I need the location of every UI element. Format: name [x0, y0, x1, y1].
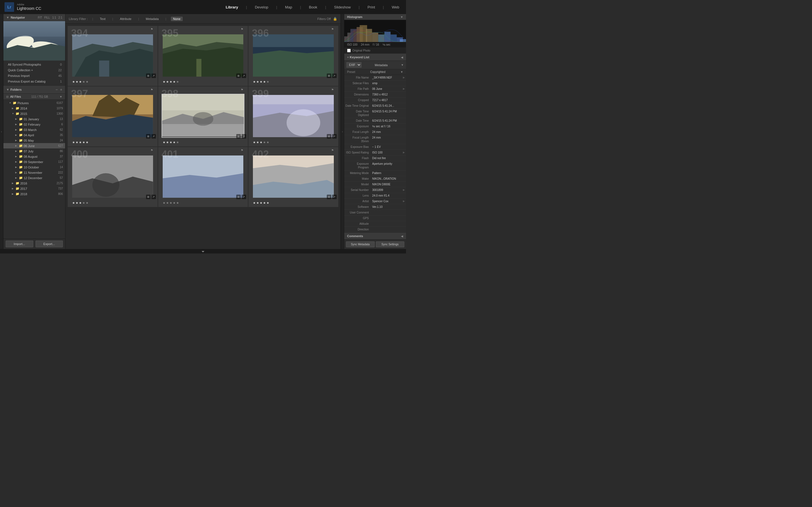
star-rating-400[interactable]: ★ ★ ★ ★ ★: [68, 200, 158, 207]
photo-cell-402[interactable]: 402 ⚑: [248, 147, 338, 207]
photo-thumbnail-396: [253, 34, 334, 76]
star-rating-402[interactable]: ★ ★ ★ ★ ★: [248, 200, 338, 207]
star-rating-395[interactable]: ★ ★ ★ ★ ★: [158, 79, 248, 86]
svg-point-28: [287, 109, 320, 136]
star-rating-398[interactable]: ★ ★ ★ ★ ★: [158, 139, 248, 147]
folder-05-may[interactable]: ▶ 📁 05 May 24: [3, 138, 65, 143]
all-files-dropdown[interactable]: ▼: [59, 95, 62, 98]
folder-icon: 📁: [15, 107, 19, 110]
export-button[interactable]: Export...: [36, 240, 63, 247]
photo-cell-394[interactable]: 394 ⚑: [68, 26, 158, 86]
comments-section[interactable]: Comments ◀: [344, 232, 406, 239]
photo-cell-400[interactable]: 400 ⚑ ⊞ ↗: [68, 147, 158, 207]
folder-2017[interactable]: ▶ 📁 2017 737: [3, 186, 65, 191]
original-photo-checkbox[interactable]: [347, 49, 351, 52]
meta-row-direction: Direction: [344, 227, 406, 232]
star-rating-394[interactable]: ★ ★ ★ ★ ★: [68, 79, 158, 86]
folder-02-february[interactable]: ▶ 📁 02 February 6: [3, 122, 65, 127]
histogram-header[interactable]: Histogram ▼: [344, 14, 406, 20]
bottom-arrow[interactable]: [202, 251, 204, 252]
folder-09-september[interactable]: ▶ 📁 09 September 117: [3, 159, 65, 165]
metadata-exif-select[interactable]: EXIF IPTC All: [347, 62, 361, 68]
right-panel-toggle[interactable]: ›: [341, 14, 344, 249]
folder-2014[interactable]: ▶ 📁 2014 1079: [3, 106, 65, 111]
preset-dropdown[interactable]: ▼: [400, 70, 403, 73]
folder-08-august[interactable]: ▶ 📁 08 August 37: [3, 154, 65, 159]
meta-row-model: Model NIKON D800E: [344, 182, 406, 187]
histogram-arrow[interactable]: ▼: [400, 15, 403, 18]
photo-cell-398[interactable]: 398 ⚑: [158, 87, 248, 147]
folder-2016[interactable]: ▶ 📁 2016 2175: [3, 180, 65, 186]
nav-develop[interactable]: Develop: [253, 4, 271, 10]
photo-cell-401[interactable]: 401 ⚑ ⊞ ↗: [158, 147, 248, 207]
metadata-arrow[interactable]: ▼: [401, 63, 404, 66]
expand-arrow: ▼: [9, 102, 12, 104]
folder-icon: 📁: [15, 192, 19, 196]
star-rating-401[interactable]: ★ ★ ★ ★ ★: [158, 200, 248, 207]
catalog-previous-export[interactable]: Previous Export as Catalog 1: [3, 78, 65, 84]
filter-text-button[interactable]: Text: [98, 17, 108, 21]
meta-row-filepath: File Path 06 June ▶: [344, 86, 406, 92]
catalog-previous-import[interactable]: Previous Import 45: [3, 73, 65, 78]
nav-web[interactable]: Web: [390, 4, 402, 10]
sync-settings-button[interactable]: Sync Settings: [376, 241, 405, 247]
folders-header[interactable]: ▼ Folders − +: [3, 86, 65, 94]
filter-none-button[interactable]: None: [171, 17, 183, 21]
navigator-header[interactable]: ▼ Navigator FIT FILL 1:1 2:1: [3, 14, 65, 21]
sync-metadata-button[interactable]: Sync Metadata: [346, 241, 375, 247]
nav-book[interactable]: Book: [307, 4, 320, 10]
filter-right: Filters Off 🔒: [317, 17, 337, 21]
metadata-header: EXIF IPTC All Metadata ▼: [344, 61, 406, 69]
folder-10-october[interactable]: ▶ 📁 10 October 14: [3, 165, 65, 170]
nav-print[interactable]: Print: [365, 4, 377, 10]
catalog-all-synced[interactable]: All Synced Photographs 0: [3, 62, 65, 67]
photo-cell-397[interactable]: 397 ⚑: [68, 87, 158, 147]
keyword-list-section[interactable]: + Keyword List ◀: [344, 54, 406, 61]
left-panel-toggle[interactable]: ‹: [0, 14, 3, 249]
folders-title: ▼ Folders: [6, 88, 22, 91]
grid-icon: ⊞: [236, 73, 241, 78]
folder-06-june[interactable]: ▶ 📁 06 June 627: [3, 143, 65, 149]
nav-library[interactable]: Library: [223, 4, 240, 10]
lock-icon[interactable]: 🔒: [333, 17, 337, 21]
folder-2015[interactable]: ▼ 📁 2015 1300: [3, 111, 65, 116]
star-rating-396[interactable]: ★ ★ ★ ★ ★: [248, 79, 338, 86]
star-rating-399[interactable]: ★ ★ ★ ★ ★: [248, 139, 338, 147]
all-files-bar[interactable]: ⊟ All Files 111 / 751 GB ▼: [3, 94, 65, 100]
catalog-quick-collection[interactable]: Quick Collection + 22: [3, 67, 65, 73]
photo-cell-396[interactable]: 396 ⚑: [248, 26, 338, 86]
folder-04-april[interactable]: ▶ 📁 04 April 35: [3, 132, 65, 138]
folder-2018[interactable]: ▶ 📁 2018 806: [3, 191, 65, 196]
folder-pictures[interactable]: ▼ 📁 Pictures 6167: [3, 100, 65, 106]
folders-add[interactable]: +: [60, 87, 62, 92]
photo-grid: 394 ⚑: [65, 24, 341, 249]
photo-cell-395[interactable]: 395 ⚑: [158, 26, 248, 86]
star-rating-397[interactable]: ★ ★ ★ ★ ★: [68, 139, 158, 147]
photo-icons-398: ⊞ ↗: [236, 134, 246, 138]
photo-icons-397: ⊞ ↗: [146, 134, 156, 138]
photo-cell-399[interactable]: 399 ⚑ ⊞ ↗: [248, 87, 338, 147]
meta-row-filename: File Name _SKY4899.NEF ▶: [344, 75, 406, 80]
folders-remove[interactable]: −: [56, 87, 58, 92]
folder-07-july[interactable]: ▶ 📁 07 July 86: [3, 149, 65, 154]
import-button[interactable]: Import...: [6, 240, 33, 247]
filter-metadata-button[interactable]: Metadata: [144, 17, 161, 21]
preset-label: Preset: [347, 70, 355, 73]
iso-value: ISO 100: [347, 43, 357, 46]
original-photo-check[interactable]: Original Photo: [344, 48, 406, 54]
aperture-value: f / 16: [373, 43, 379, 46]
app-title: Adobe Lightroom CC: [17, 3, 41, 11]
folder-11-november[interactable]: ▶ 📁 11 November 222: [3, 170, 65, 175]
keyword-list-arrow: ◀: [401, 56, 403, 59]
folder-03-march[interactable]: ▶ 📁 03 March 62: [3, 127, 65, 132]
nav-slideshow[interactable]: Slideshow: [332, 4, 353, 10]
keyword-list-title: + Keyword List: [347, 55, 369, 59]
photo-thumbnail-394: [72, 34, 153, 76]
meta-row-iso: ISO Speed Rating ISO 100 ▶: [344, 150, 406, 156]
filter-attribute-button[interactable]: Attribute: [117, 17, 134, 21]
folder-01-january[interactable]: ▶ 📁 01 January 13: [3, 116, 65, 122]
folder-icon: 📁: [19, 176, 23, 180]
nav-map[interactable]: Map: [283, 4, 294, 10]
meta-row-sidecar: Sidecar Files xmp: [344, 80, 406, 86]
folder-12-december[interactable]: ▶ 📁 12 December 57: [3, 175, 65, 180]
